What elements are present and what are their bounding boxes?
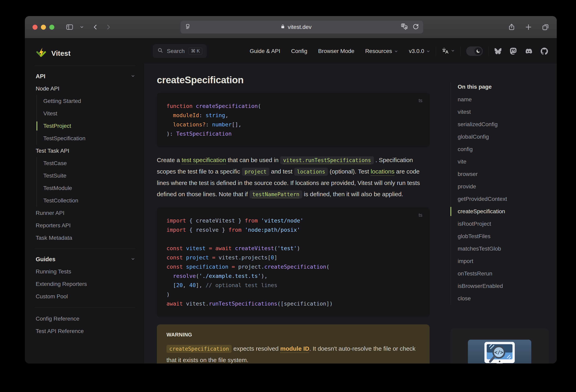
example-code-block: ts import { createVitest } from 'vitest/… [157,207,430,317]
mastodon-icon[interactable] [510,48,517,55]
toc-item-globtestfiles[interactable]: globTestFiles [458,230,557,242]
sidebar-item-getting-started[interactable]: Getting Started [37,95,135,107]
toc-item-isbrowserenabled[interactable]: isBrowserEnabled [458,280,557,292]
toc-item-ontestsrerun[interactable]: onTestsRerun [458,268,557,280]
sidebar-item-testcase[interactable]: TestCase [37,157,135,170]
toc-title: On this page [458,83,557,93]
toc-item-createspecification[interactable]: createSpecification [458,205,557,218]
toc-item-serializedconfig[interactable]: serializedConfig [458,118,557,131]
inline-code-project: project [242,168,270,176]
reload-button[interactable] [412,23,419,31]
inline-code-locations: locations [294,168,328,176]
text-link-test-specification[interactable]: test specification [181,157,226,163]
aside-column: On this page namevitestserializedConfigg… [450,74,557,363]
url-text[interactable]: vitest.dev [288,24,312,30]
toc-item-getprovidedcontext[interactable]: getProvidedContext [458,193,557,205]
sidebar-nav: APINode APIGetting StartedVitestTestProj… [34,66,135,342]
toc-item-import[interactable]: import [458,255,557,268]
toc-item-isrootproject[interactable]: isRootProject [458,218,557,230]
sidebar-toggle-button[interactable] [66,23,74,31]
github-icon[interactable] [541,48,548,55]
sidebar-item-custom-pool[interactable]: Custom Pool [36,290,135,303]
chevron-down-icon [131,74,135,79]
toc-item-config[interactable]: config [458,143,557,155]
code-line: const specification = project.createSpec… [167,262,420,271]
nav-dropdown-version[interactable]: v3.0.0 [409,48,430,55]
discord-icon[interactable] [525,48,533,54]
toc-item-browser[interactable]: browser [458,168,557,180]
sidebar-group-header-guides[interactable]: Guides [36,254,135,265]
code-line: moduleId: string, [167,111,420,120]
browser-window: vitest.dev [25,16,557,363]
warning-body: createSpecification expects resolved mod… [167,343,420,363]
sidebar-item-task-metadata[interactable]: Task Metadata [36,232,135,244]
nav-links: Guide & API Config Browser Mode Resource… [250,48,430,55]
toc-item-vitest[interactable]: vitest [458,106,557,118]
nav-dropdown-resources[interactable]: Resources [365,48,398,55]
toc-item-matchestestglob[interactable]: matchesTestGlob [458,242,557,255]
sidebar-item-vitest[interactable]: Vitest [37,107,135,120]
sidebar-item-testcollection[interactable]: TestCollection [37,194,135,207]
page-settings-icon[interactable] [184,23,191,31]
sidebar-item-testmodule[interactable]: TestModule [37,182,135,194]
sponsor-ad-illustration: </> [468,340,531,363]
language-menu-button[interactable] [442,47,455,55]
sidebar-item-test-task-api[interactable]: Test Task API [36,145,135,157]
divider [488,46,489,56]
sidebar-item-extending-reporters[interactable]: Extending Reporters [36,278,135,290]
traffic-lights [32,25,54,30]
divider [436,46,436,56]
divider [461,46,461,56]
translate-page-button[interactable] [401,23,408,31]
back-button[interactable] [92,24,99,30]
new-tab-button[interactable] [525,23,532,31]
nav-link-guide-api[interactable]: Guide & API [250,48,280,54]
address-bar[interactable]: vitest.dev [180,21,423,33]
code-line: function createSpecification( [167,101,420,111]
sidebar-item-config-reference[interactable]: Config Reference [36,313,135,325]
sidebar-subgroup: Getting StartedVitestTestProjectTestSpec… [36,95,135,145]
search-label: Search [167,48,185,54]
nav-link-browser-mode[interactable]: Browser Mode [318,48,354,54]
sidebar-item-running-tests[interactable]: Running Tests [36,265,135,278]
sponsor-ad-card[interactable]: </> [450,329,549,363]
sidebar-group-header-api[interactable]: API [36,71,135,83]
toc-item-provide[interactable]: provide [458,180,557,193]
toc-item-globalconfig[interactable]: globalConfig [458,131,557,143]
sidebar-group: APINode APIGetting StartedVitestTestProj… [34,66,135,248]
inline-code-link-testnamepattern[interactable]: testNamePattern [250,190,302,198]
code-line: locations?: number[], [167,120,420,129]
toc-item-close[interactable]: close [458,292,557,305]
sidebar-item-node-api[interactable]: Node API [36,83,135,95]
close-window-button[interactable] [32,25,37,30]
nav-link-config[interactable]: Config [291,48,307,54]
text-link-locations[interactable]: locations [371,168,394,175]
tab-group-chevron-button[interactable] [80,25,84,29]
search-button[interactable]: Search ⌘ K [153,44,207,58]
chevron-down-icon [426,48,430,55]
sidebar-item-test-api-reference[interactable]: Test API Reference [36,325,135,337]
brand[interactable]: Vitest [34,46,135,66]
forward-button[interactable] [105,24,112,30]
text-link-module-id[interactable]: module ID [280,345,309,352]
sidebar-item-testproject[interactable]: TestProject [37,120,135,132]
brand-title: Vitest [51,49,71,57]
code-lang-badge: ts [419,211,422,220]
zoom-window-button[interactable] [49,25,54,30]
toc-item-vite[interactable]: vite [458,155,557,168]
sidebar-item-testspecification[interactable]: TestSpecification [37,132,135,145]
page-content: createSpecification ts function createSp… [144,64,557,363]
toc-item-name[interactable]: name [458,93,557,106]
sidebar: Vitest APINode APIGetting StartedVitestT… [25,38,144,363]
inline-code-link-vitest-runtestspecifications[interactable]: vitest.runTestSpecifications [280,156,374,164]
sidebar-item-runner-api[interactable]: Runner API [36,207,135,219]
sidebar-item-reporters-api[interactable]: Reporters API [36,219,135,232]
bluesky-icon[interactable] [494,48,502,55]
minimize-window-button[interactable] [41,25,46,30]
code-lang-badge: ts [419,96,422,105]
tab-overview-button[interactable] [542,23,549,31]
share-button[interactable] [508,23,516,31]
code-line [167,235,420,244]
sidebar-item-testsuite[interactable]: TestSuite [37,170,135,182]
theme-toggle[interactable] [466,47,483,56]
